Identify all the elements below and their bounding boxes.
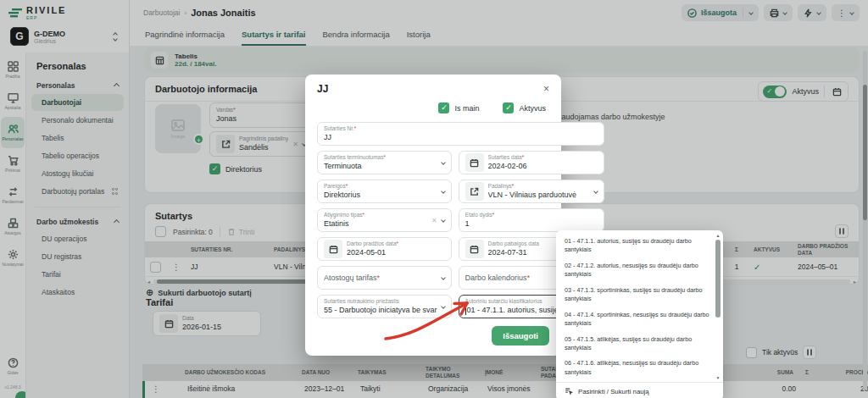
is-main-checkbox-row[interactable]: ✓ Is main [438,102,479,113]
clear-icon[interactable]: ✕ [431,217,437,224]
atlyginimo-tipas-select[interactable]: Atlyginimo tipas* Etatinis ✕ [317,208,452,232]
modal-checkboxes: ✓ Is main ✓ Aktyvus [317,102,546,113]
dropdown-option[interactable]: 02 - 47.1.2. autorius, nesusijęs su drau… [556,258,713,283]
dropdown-option[interactable]: 03 - 47.1.3. sportininkas, susijęs su dr… [556,283,713,307]
chevron-down-icon[interactable] [441,189,446,194]
chevron-down-icon[interactable] [441,275,446,280]
aktyvus-checkbox-row[interactable]: ✓ Aktyvus [503,102,546,113]
checkbox-checked[interactable]: ✓ [503,102,514,113]
classifier-dropdown: 01 - 47.1.1. autorius, susijęs su draudė… [556,230,723,398]
calendar-icon[interactable] [465,153,484,172]
modal-title: JJ [317,83,328,95]
annotation-arrow [360,295,496,344]
dropdown-option[interactable]: 01 - 47.1.1. autorius, susijęs su draudė… [556,234,713,258]
padalinys-select[interactable]: Padalinys* VLN - Vilniaus parduotuvė [459,180,604,203]
dropdown-list: 01 - 47.1.1. autorius, susijęs su draudė… [556,232,723,382]
dropdown-option[interactable]: 05 - 47.1.5. atlikėjas, susijęs su draud… [556,332,713,357]
chevron-down-icon[interactable] [441,160,446,165]
sutarties-nr-field[interactable]: Sutarties Nr.* JJ [317,122,604,146]
external-link-icon[interactable] [465,182,484,201]
terminuotumas-select[interactable]: Sutarties terminuotumas* Terminuota [317,151,452,174]
select-create-action[interactable]: Pasirinkti / Sukurti naują [556,382,723,398]
save-button[interactable]: Išsaugoti [492,326,549,345]
app-window: RIVILE ERP G G-DEMO Giedrius Pradžia Aps… [0,0,868,398]
dropdown-scrollbar[interactable]: ▲ ▼ [715,233,721,380]
dropdown-option[interactable]: 04 - 47.1.4. sportininkas, nesusijęs su … [556,307,713,332]
calendar-icon[interactable] [465,240,484,258]
pareigos-select[interactable]: Pareigos* Direktorius [317,180,452,203]
select-create-icon [565,387,573,395]
close-icon[interactable]: × [543,83,549,95]
checkbox-checked[interactable]: ✓ [438,102,449,113]
dropdown-option[interactable]: 06 - 47.1.6. atlikėjas, nesusijęs su dra… [556,356,713,380]
etato-dydis-field[interactable]: Etato dydis* 1 [459,208,604,232]
calendar-icon[interactable] [324,240,342,258]
sutarties-data-field[interactable]: Sutarties data* 2024-02-06 [459,151,604,174]
scrollbar-thumb[interactable] [715,240,721,318]
chevron-down-icon[interactable] [441,218,446,223]
atostogu-tarifas-select[interactable]: Atostogų tarifas* [317,266,452,290]
darbo-pradzios-data-field[interactable]: Darbo pradžios data* 2024-05-01 [317,237,452,261]
chevron-down-icon[interactable] [593,189,598,194]
